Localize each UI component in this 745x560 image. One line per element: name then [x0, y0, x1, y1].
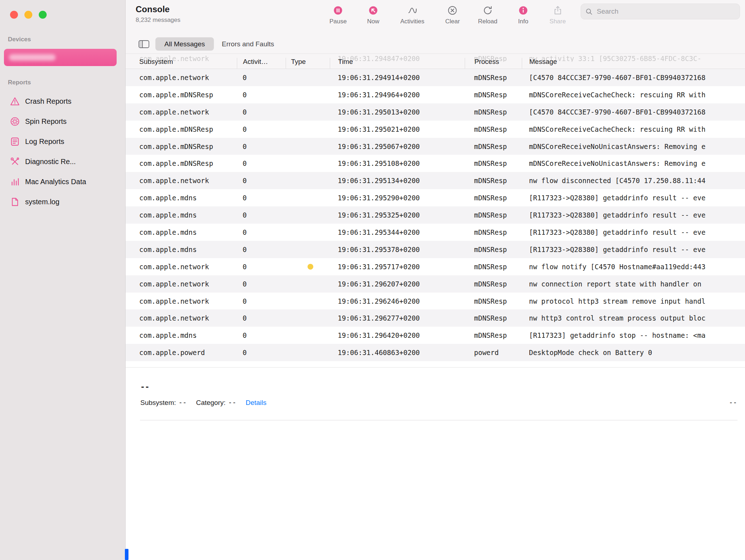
table-row[interactable]: com.apple.network019:06:31.295013+0200mD… — [126, 103, 745, 121]
table-row[interactable]: com.apple.mdns019:06:31.296420+0200mDNSR… — [126, 327, 745, 344]
search-input[interactable] — [596, 7, 735, 16]
activity-cell: 0 — [237, 74, 286, 81]
toolbar-button-label: Pause — [329, 18, 347, 25]
sidebar-item-mac-analytics-data[interactable]: Mac Analytics Data — [0, 172, 125, 192]
table-row[interactable]: com.apple.mdns019:06:31.295344+0200mDNSR… — [126, 224, 745, 241]
detail-title: -- — [140, 383, 149, 391]
table-row[interactable]: com.apple.mDNSResp019:06:31.294964+0200m… — [126, 86, 745, 103]
sidebar-toggle-icon — [138, 39, 150, 49]
subsystem-cell: com.apple.mdns — [126, 246, 237, 253]
share-icon — [552, 5, 563, 16]
table-row[interactable]: com.apple.network019:06:31.295717+0200mD… — [126, 258, 745, 275]
activity-cell: 0 — [237, 125, 286, 133]
now-arrow-icon — [368, 5, 379, 16]
table-row[interactable]: com.apple.network019:06:31.296277+0200mD… — [126, 309, 745, 327]
process-cell: mDNSResp — [465, 280, 522, 288]
sidebar-toggle-button[interactable] — [138, 39, 150, 49]
time-cell: 19:06:31.295325+0200 — [330, 211, 465, 219]
message-cell: [R117323->Q28380] getaddrinfo result -- … — [522, 194, 745, 202]
pause-icon — [333, 5, 343, 16]
segment-errors-and-faults[interactable]: Errors and Faults — [222, 37, 274, 51]
close-window-button[interactable] — [10, 11, 18, 19]
activity-cell: 0 — [237, 159, 286, 167]
activity-cell: 0 — [237, 246, 286, 253]
table-row[interactable]: com.apple.mDNSResp019:06:31.295021+0200m… — [126, 121, 745, 138]
sidebar-item-selected-device[interactable] — [4, 49, 117, 66]
sidebar-item-system-log[interactable]: system.log — [0, 192, 125, 212]
table-row[interactable]: com.apple.network019:06:31.296246+0200mD… — [126, 293, 745, 310]
table-row[interactable]: com.apple.mDNSResp019:06:31.295108+0200m… — [126, 155, 745, 172]
table-row[interactable]: com.apple.mDNSResp019:06:31.295067+0200m… — [126, 138, 745, 155]
message-cell: [R117323] getaddrinfo stop -- hostname: … — [522, 331, 745, 339]
subsystem-cell: com.apple.network — [126, 297, 237, 305]
process-cell: powerd — [465, 349, 522, 356]
bar-chart-icon — [9, 176, 20, 187]
reports-list: Crash ReportsSpin ReportsLog ReportsDiag… — [0, 91, 125, 212]
reload-button[interactable]: Reload — [478, 5, 497, 25]
time-cell: 19:06:31.460863+0200 — [330, 349, 465, 356]
zoom-window-button[interactable] — [39, 11, 47, 19]
time-cell: 19:06:31.295717+0200 — [330, 263, 465, 271]
blue-indicator — [125, 549, 128, 560]
minimize-window-button[interactable] — [24, 11, 32, 19]
table-row[interactable]: com.apple.mdns019:06:31.295378+0200mDNSR… — [126, 241, 745, 258]
detail-category-label: Category: — [196, 399, 225, 406]
process-cell: mDNSResp — [465, 143, 522, 150]
toolbar-button-label: Activities — [400, 18, 424, 25]
filter-bar: All MessagesErrors and Faults — [126, 34, 745, 54]
sidebar-item-label: system.log — [25, 198, 60, 206]
activity-cell: 0 — [237, 108, 286, 116]
column-header-type[interactable]: Type — [286, 58, 330, 69]
clear-button[interactable]: Clear — [445, 5, 460, 25]
message-cell: mDNSCoreReceiveNoUnicastAnswers: Removin… — [522, 159, 745, 167]
log-table: com.apple.network019:06:31.294914+0200mD… — [126, 69, 745, 361]
time-cell: 19:06:31.294914+0200 — [330, 74, 465, 81]
table-row[interactable]: com.apple.powerd019:06:31.460863+0200pow… — [126, 344, 745, 361]
now-button[interactable]: Now — [367, 5, 379, 25]
sidebar-item-log-reports[interactable]: Log Reports — [0, 131, 125, 151]
activity-cell: 0 — [237, 143, 286, 150]
main-area: Console 8,232 messages PauseNowActivitie… — [126, 0, 745, 560]
subsystem-cell: com.apple.mdns — [126, 194, 237, 202]
toolbar-button-label: Info — [518, 18, 528, 25]
pause-button[interactable]: Pause — [329, 5, 347, 25]
table-row[interactable]: com.apple.mdns019:06:31.295325+0200mDNSR… — [126, 206, 745, 224]
subsystem-cell: com.apple.mdns — [126, 211, 237, 219]
time-cell: 19:06:31.295290+0200 — [330, 194, 465, 202]
sidebar-item-spin-reports[interactable]: Spin Reports — [0, 111, 125, 131]
message-cell: DesktopMode check on Battery 0 — [522, 349, 745, 356]
detail-subsystem-label: Subsystem: — [140, 399, 176, 406]
sidebar-item-crash-reports[interactable]: Crash Reports — [0, 91, 125, 111]
time-cell: 19:06:31.295108+0200 — [330, 159, 465, 167]
process-cell: mDNSResp — [465, 228, 522, 236]
column-header-process[interactable]: Process — [465, 58, 522, 69]
details-link[interactable]: Details — [245, 399, 266, 406]
activity-cell: 0 — [237, 314, 286, 322]
detail-subsystem-value: -- — [178, 398, 187, 406]
process-cell: mDNSResp — [465, 314, 522, 322]
column-header-time[interactable]: Time — [330, 58, 465, 69]
column-header-message[interactable]: Message — [522, 58, 745, 69]
device-name-redacted — [9, 54, 56, 61]
table-row[interactable]: com.apple.mdns019:06:31.295290+0200mDNSR… — [126, 189, 745, 206]
table-row[interactable]: com.apple.network019:06:31.296207+0200mD… — [126, 275, 745, 293]
page-title: Console — [136, 4, 170, 14]
detail-right-value: -- — [729, 398, 737, 406]
column-header-subsystem[interactable]: Subsystem — [126, 58, 237, 69]
process-cell: mDNSResp — [465, 263, 522, 271]
activities-curve-icon — [407, 5, 418, 16]
sidebar-item-diagnostic-re[interactable]: Diagnostic Re... — [0, 151, 125, 172]
sidebar-item-label: Mac Analytics Data — [25, 178, 86, 186]
table-row[interactable]: com.apple.network019:06:31.294914+0200mD… — [126, 69, 745, 86]
column-header-activity[interactable]: Activit… — [237, 58, 286, 69]
search-field[interactable] — [581, 4, 740, 19]
process-cell: mDNSResp — [465, 108, 522, 116]
segment-all-messages[interactable]: All Messages — [155, 37, 214, 51]
warning-triangle-icon — [9, 96, 20, 107]
subsystem-cell: com.apple.network — [126, 74, 237, 81]
toolbar-button-label: Share — [549, 18, 566, 25]
table-row[interactable]: com.apple.network019:06:31.295134+0200mD… — [126, 172, 745, 189]
activities-button[interactable]: Activities — [400, 5, 424, 25]
info-button[interactable]: Info — [518, 5, 529, 25]
activity-cell: 0 — [237, 194, 286, 202]
